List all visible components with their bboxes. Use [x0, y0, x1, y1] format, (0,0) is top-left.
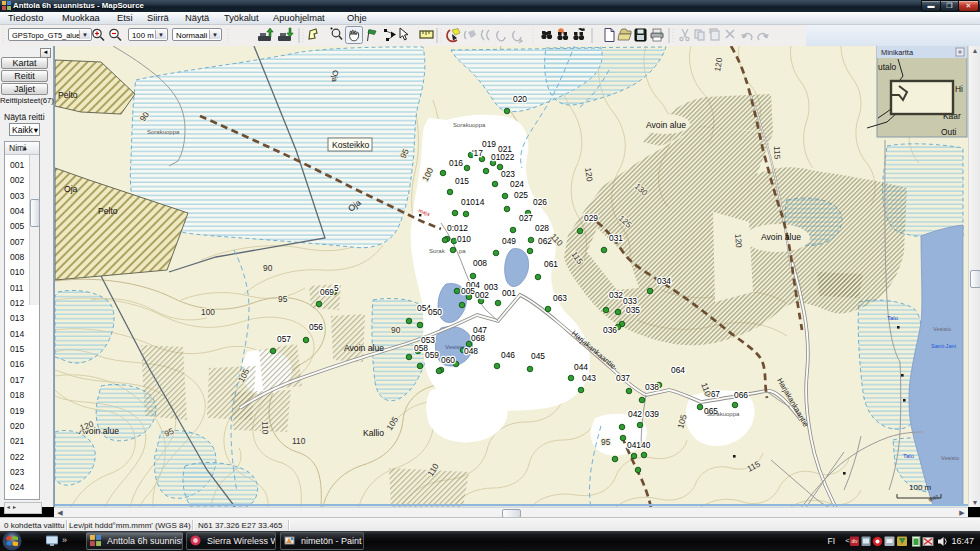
svg-text:Sami-Jani: Sami-Jani	[931, 343, 956, 349]
svg-text:002: 002	[475, 290, 489, 300]
svg-text:035: 035	[626, 305, 640, 315]
svg-text:90: 90	[263, 263, 273, 273]
svg-text:010: 010	[457, 234, 471, 244]
svg-text:Talo: Talo	[887, 315, 899, 321]
svg-text:019: 019	[482, 139, 496, 149]
svg-text:Avoin alue: Avoin alue	[761, 232, 801, 242]
svg-text:Vesisto: Vesisto	[941, 455, 959, 461]
svg-text:'17: '17	[472, 148, 483, 158]
svg-text:061: 061	[544, 259, 558, 269]
svg-text:Sorakuoppa: Sorakuoppa	[707, 411, 740, 417]
svg-text:024: 024	[510, 179, 524, 189]
svg-text:037: 037	[616, 373, 630, 383]
svg-text:049: 049	[502, 236, 516, 246]
svg-text:056: 056	[309, 322, 323, 332]
svg-text:Talo: Talo	[903, 453, 915, 459]
svg-text:Kosteikko: Kosteikko	[332, 140, 369, 150]
svg-text:027: 027	[519, 213, 533, 223]
svg-text:039: 039	[645, 409, 659, 419]
svg-text:025: 025	[514, 190, 528, 200]
svg-text:057: 057	[277, 334, 291, 344]
svg-text:100: 100	[201, 307, 215, 317]
svg-text:Minikartta: Minikartta	[881, 48, 914, 57]
svg-text:069: 069	[320, 287, 334, 297]
svg-text:95: 95	[278, 294, 288, 304]
svg-text:008: 008	[473, 258, 487, 268]
svg-text:029: 029	[584, 213, 598, 223]
svg-text:Pelto: Pelto	[58, 90, 78, 100]
svg-text:04140: 04140	[627, 440, 651, 450]
svg-text:048: 048	[464, 346, 478, 356]
svg-text:Vesisto: Vesisto	[445, 344, 465, 350]
svg-text:100 m: 100 m	[909, 483, 932, 492]
svg-text:90: 90	[391, 325, 401, 335]
svg-text:01014: 01014	[461, 197, 485, 207]
svg-text:0:012: 0:012	[447, 223, 468, 233]
svg-text:015: 015	[455, 176, 469, 186]
svg-text:120: 120	[733, 233, 744, 248]
svg-text:060: 060	[441, 355, 455, 365]
svg-text:066: 066	[734, 390, 748, 400]
svg-text:038: 038	[645, 382, 659, 392]
svg-text:063: 063	[553, 293, 567, 303]
svg-text:Sorak: Sorak	[429, 248, 446, 254]
svg-text:Oja: Oja	[330, 70, 340, 83]
svg-text:068: 068	[471, 333, 485, 343]
svg-text:Oja: Oja	[64, 184, 78, 194]
svg-text:064: 064	[671, 365, 685, 375]
svg-text:005: 005	[461, 286, 475, 296]
svg-text:046: 046	[501, 350, 515, 360]
svg-text:050: 050	[428, 307, 442, 317]
svg-text:016: 016	[449, 158, 463, 168]
svg-text:Outi: Outi	[941, 127, 956, 137]
svg-text:045: 045	[531, 351, 545, 361]
svg-text:059: 059	[425, 350, 439, 360]
svg-text:Vesisto: Vesisto	[933, 326, 951, 332]
svg-text:dtv: dtv	[851, 539, 858, 544]
svg-text:Kallio: Kallio	[363, 428, 384, 438]
svg-text:120: 120	[583, 167, 595, 183]
svg-text:Sorakuoppa: Sorakuoppa	[453, 122, 486, 128]
svg-text:Avoin alue: Avoin alue	[646, 120, 686, 130]
svg-text:044: 044	[574, 362, 588, 372]
svg-text:01022: 01022	[491, 152, 515, 162]
svg-text:utalo: utalo	[878, 62, 897, 72]
svg-text:Pelto: Pelto	[98, 206, 118, 216]
svg-text:pa: pa	[459, 248, 466, 254]
svg-text:034: 034	[657, 276, 671, 286]
svg-text:Hi: Hi	[955, 84, 963, 94]
svg-text:023: 023	[501, 169, 515, 179]
svg-text:Avoin alue: Avoin alue	[344, 343, 384, 353]
svg-text:032: 032	[609, 290, 623, 300]
svg-text:043: 043	[582, 373, 596, 383]
svg-text:110: 110	[292, 436, 306, 446]
svg-text:026: 026	[533, 197, 547, 207]
svg-text:042: 042	[628, 409, 642, 419]
svg-text:028: 028	[535, 223, 549, 233]
svg-text:5: 5	[334, 283, 339, 293]
svg-text:031: 031	[609, 233, 623, 243]
svg-text:020: 020	[513, 94, 527, 104]
svg-text:Sorakuoppa: Sorakuoppa	[147, 129, 180, 135]
svg-text:95: 95	[601, 437, 611, 447]
svg-text:115: 115	[772, 146, 782, 160]
svg-text:036: 036	[603, 325, 617, 335]
svg-text:110: 110	[260, 421, 270, 435]
svg-text:001: 001	[502, 288, 516, 298]
